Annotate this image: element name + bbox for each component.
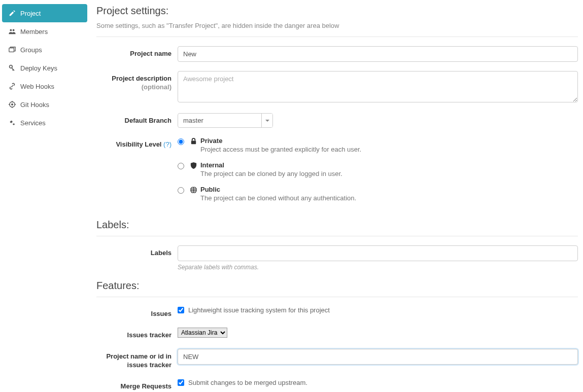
sidebar-item-groups[interactable]: Groups (2, 41, 87, 59)
cogs-icon (8, 119, 16, 127)
sidebar-item-label: Deploy Keys (20, 64, 57, 72)
visibility-title: Internal (200, 161, 578, 169)
visibility-help-link[interactable]: (?) (163, 140, 172, 148)
link-icon (8, 82, 16, 90)
visibility-desc: The project can be cloned by any logged … (200, 170, 578, 177)
sidebar-item-project[interactable]: Project (2, 4, 87, 22)
svg-rect-7 (191, 140, 195, 144)
issues-tracker-label: Issues tracker (96, 328, 178, 340)
svg-point-1 (13, 29, 15, 31)
sidebar-item-services[interactable]: Services (2, 114, 87, 132)
sidebar-item-label: Web Hooks (20, 83, 54, 90)
sidebar-item-label: Services (20, 119, 46, 127)
visibility-desc: Project access must be granted explicitl… (200, 146, 578, 153)
globe-icon (189, 186, 197, 194)
lock-icon (189, 137, 197, 145)
sidebar-item-label: Members (20, 28, 48, 35)
visibility-desc: The project can be cloned without any au… (200, 194, 578, 202)
labels-help-text: Separate labels with commas. (178, 264, 578, 271)
page-subtitle: Some settings, such as "Transfer Project… (96, 22, 578, 29)
sidebar-item-web-hooks[interactable]: Web Hooks (2, 77, 87, 95)
visibility-radio-internal[interactable] (178, 163, 184, 169)
merge-requests-checkbox-label: Submit changes to be merged upstream. (188, 379, 307, 386)
labels-section-title: Labels: (96, 219, 578, 231)
sidebar-item-deploy-keys[interactable]: Deploy Keys (2, 59, 87, 77)
sidebar-item-label: Project (20, 10, 41, 17)
visibility-label: Visibility Level (?) (96, 137, 178, 149)
svg-rect-2 (9, 48, 14, 52)
main-content: Project settings: Some settings, such as… (93, 4, 581, 390)
project-name-input[interactable] (178, 46, 578, 62)
project-desc-label: Project description (optional) (96, 71, 178, 92)
tracker-id-label: Project name or id in issues tracker (96, 349, 178, 370)
issues-checkbox-label: Lightweight issue tracking system for th… (188, 306, 330, 314)
groups-icon (8, 46, 16, 54)
project-name-label: Project name (96, 46, 178, 58)
merge-requests-checkbox[interactable] (178, 379, 184, 386)
sidebar-item-git-hooks[interactable]: Git Hooks (2, 95, 87, 114)
key-icon (8, 64, 16, 72)
visibility-radio-public[interactable] (178, 187, 184, 194)
issues-label: Issues (96, 306, 178, 318)
sidebar-item-members[interactable]: Members (2, 22, 87, 41)
svg-point-0 (10, 29, 12, 31)
project-desc-input[interactable] (178, 71, 578, 102)
merge-requests-label: Merge Requests (96, 379, 178, 391)
labels-label: Labels (96, 245, 178, 258)
visibility-title: Public (200, 186, 578, 193)
issues-checkbox[interactable] (178, 307, 184, 313)
svg-point-5 (12, 104, 13, 105)
edit-icon (8, 9, 16, 17)
visibility-title: Private (200, 137, 578, 145)
issues-tracker-select[interactable]: Atlassian Jira (178, 328, 227, 338)
sidebar: Project Members Groups Deploy Keys Web H… (2, 4, 93, 390)
default-branch-select[interactable] (178, 113, 273, 128)
page-title: Project settings: (96, 5, 578, 17)
default-branch-label: Default Branch (96, 113, 178, 125)
visibility-radio-private[interactable] (178, 138, 184, 145)
divider (96, 37, 578, 37)
members-icon (8, 27, 16, 35)
default-branch-value[interactable] (178, 114, 261, 127)
target-icon (8, 100, 16, 109)
features-section-title: Features: (96, 280, 578, 292)
shield-icon (189, 161, 197, 169)
sidebar-item-label: Groups (20, 46, 42, 54)
caret-down-icon[interactable] (261, 114, 272, 127)
tracker-id-input[interactable] (178, 349, 578, 365)
labels-input[interactable] (178, 245, 578, 261)
divider (96, 236, 578, 236)
divider (96, 297, 578, 297)
sidebar-item-label: Git Hooks (20, 101, 49, 109)
